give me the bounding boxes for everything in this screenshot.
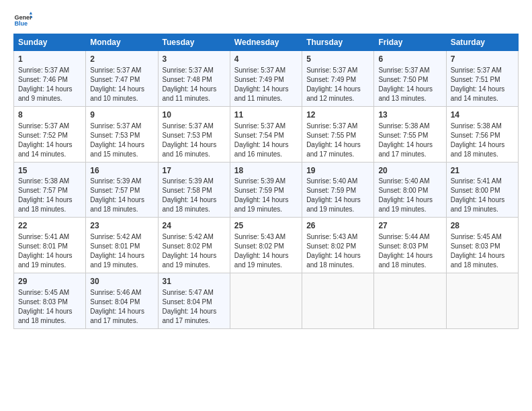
day-number: 16 (90, 165, 153, 177)
calendar-cell: 23 Sunrise: 5:42 AM Sunset: 8:01 PM Dayl… (86, 218, 158, 273)
daylight-label: Daylight: 14 hours and 19 minutes. (18, 252, 73, 269)
sunset-label: Sunset: 8:03 PM (451, 242, 500, 250)
sunset-label: Sunset: 7:57 PM (90, 187, 140, 194)
daylight-label: Daylight: 14 hours and 17 minutes. (306, 141, 361, 158)
day-number: 26 (306, 220, 369, 232)
daylight-label: Daylight: 14 hours and 17 minutes. (90, 308, 144, 324)
daylight-label: Daylight: 14 hours and 18 minutes. (451, 252, 505, 269)
sunrise-label: Sunrise: 5:37 AM (234, 122, 285, 130)
day-number: 23 (90, 220, 153, 232)
calendar-week-row: 1 Sunrise: 5:37 AM Sunset: 7:46 PM Dayli… (14, 51, 519, 107)
sunset-label: Sunset: 7:51 PM (451, 76, 500, 83)
calendar-table: SundayMondayTuesdayWednesdayThursdayFrid… (13, 34, 519, 329)
calendar-week-row: 22 Sunrise: 5:41 AM Sunset: 8:01 PM Dayl… (14, 218, 519, 273)
sunrise-label: Sunrise: 5:38 AM (18, 177, 69, 185)
day-number: 8 (18, 109, 81, 121)
sunset-label: Sunset: 8:04 PM (163, 298, 212, 306)
day-number: 31 (163, 276, 226, 287)
sunrise-label: Sunrise: 5:40 AM (378, 177, 429, 185)
sunrise-label: Sunrise: 5:37 AM (18, 122, 69, 130)
sunrise-label: Sunrise: 5:39 AM (234, 177, 285, 185)
sunrise-label: Sunrise: 5:45 AM (451, 233, 502, 240)
sunset-label: Sunset: 8:04 PM (90, 298, 140, 306)
daylight-label: Daylight: 14 hours and 12 minutes. (306, 85, 361, 102)
daylight-label: Daylight: 14 hours and 15 minutes. (90, 141, 144, 158)
calendar-cell: 6 Sunrise: 5:37 AM Sunset: 7:50 PM Dayli… (374, 51, 446, 107)
calendar-week-row: 15 Sunrise: 5:38 AM Sunset: 7:57 PM Dayl… (14, 162, 519, 218)
calendar-cell: 7 Sunrise: 5:37 AM Sunset: 7:51 PM Dayli… (446, 51, 518, 107)
calendar-cell: 22 Sunrise: 5:41 AM Sunset: 8:01 PM Dayl… (14, 218, 86, 273)
calendar-cell (230, 273, 302, 329)
daylight-label: Daylight: 14 hours and 19 minutes. (306, 196, 361, 213)
sunrise-label: Sunrise: 5:43 AM (234, 233, 285, 240)
day-number: 5 (306, 54, 369, 65)
day-number: 2 (90, 54, 153, 65)
weekday-header: Thursday (302, 34, 374, 51)
calendar-cell: 19 Sunrise: 5:40 AM Sunset: 7:59 PM Dayl… (302, 162, 374, 218)
day-number: 13 (378, 109, 441, 121)
daylight-label: Daylight: 14 hours and 18 minutes. (378, 252, 433, 269)
day-number: 30 (90, 276, 153, 287)
calendar-cell (446, 273, 518, 329)
daylight-label: Daylight: 14 hours and 18 minutes. (18, 308, 73, 324)
calendar-cell: 21 Sunrise: 5:41 AM Sunset: 8:00 PM Dayl… (446, 162, 518, 218)
calendar-cell: 2 Sunrise: 5:37 AM Sunset: 7:47 PM Dayli… (86, 51, 158, 107)
calendar-cell: 17 Sunrise: 5:39 AM Sunset: 7:58 PM Dayl… (158, 162, 230, 218)
sunset-label: Sunset: 8:02 PM (234, 242, 284, 250)
daylight-label: Daylight: 14 hours and 19 minutes. (163, 252, 217, 269)
day-number: 1 (18, 54, 81, 65)
calendar-cell: 30 Sunrise: 5:46 AM Sunset: 8:04 PM Dayl… (86, 273, 158, 329)
sunrise-label: Sunrise: 5:40 AM (306, 177, 357, 185)
svg-text:General: General (14, 14, 32, 21)
sunrise-label: Sunrise: 5:37 AM (306, 66, 357, 74)
sunset-label: Sunset: 7:53 PM (163, 132, 212, 139)
sunset-label: Sunset: 7:46 PM (18, 76, 68, 83)
sunrise-label: Sunrise: 5:37 AM (90, 122, 141, 130)
sunset-label: Sunset: 7:55 PM (378, 132, 428, 139)
day-number: 7 (451, 54, 514, 65)
calendar-cell: 25 Sunrise: 5:43 AM Sunset: 8:02 PM Dayl… (230, 218, 302, 273)
calendar-cell: 3 Sunrise: 5:37 AM Sunset: 7:48 PM Dayli… (158, 51, 230, 107)
day-number: 22 (18, 220, 81, 232)
daylight-label: Daylight: 14 hours and 11 minutes. (234, 85, 289, 102)
sunrise-label: Sunrise: 5:37 AM (234, 66, 285, 74)
sunrise-label: Sunrise: 5:37 AM (163, 66, 214, 74)
daylight-label: Daylight: 14 hours and 18 minutes. (18, 196, 73, 213)
sunset-label: Sunset: 8:03 PM (378, 242, 428, 250)
sunrise-label: Sunrise: 5:39 AM (90, 177, 141, 185)
sunset-label: Sunset: 8:00 PM (451, 187, 500, 194)
sunset-label: Sunset: 8:02 PM (306, 242, 356, 250)
sunrise-label: Sunrise: 5:46 AM (90, 289, 141, 296)
day-number: 12 (306, 109, 369, 121)
sunrise-label: Sunrise: 5:44 AM (378, 233, 429, 240)
daylight-label: Daylight: 14 hours and 19 minutes. (234, 252, 289, 269)
weekday-header: Monday (86, 34, 158, 51)
sunset-label: Sunset: 8:02 PM (163, 242, 212, 250)
sunrise-label: Sunrise: 5:37 AM (18, 66, 69, 74)
calendar-cell: 4 Sunrise: 5:37 AM Sunset: 7:49 PM Dayli… (230, 51, 302, 107)
day-number: 14 (451, 109, 514, 121)
sunset-label: Sunset: 7:58 PM (163, 187, 212, 194)
calendar-cell: 27 Sunrise: 5:44 AM Sunset: 8:03 PM Dayl… (374, 218, 446, 273)
sunrise-label: Sunrise: 5:37 AM (306, 122, 357, 130)
calendar-cell: 13 Sunrise: 5:38 AM Sunset: 7:55 PM Dayl… (374, 106, 446, 162)
day-number: 29 (18, 276, 81, 287)
sunrise-label: Sunrise: 5:37 AM (378, 66, 429, 74)
sunset-label: Sunset: 7:59 PM (234, 187, 284, 194)
sunrise-label: Sunrise: 5:42 AM (163, 233, 214, 240)
calendar-cell: 1 Sunrise: 5:37 AM Sunset: 7:46 PM Dayli… (14, 51, 86, 107)
daylight-label: Daylight: 14 hours and 14 minutes. (18, 141, 73, 158)
day-number: 11 (234, 109, 298, 121)
day-number: 19 (306, 165, 369, 177)
sunrise-label: Sunrise: 5:47 AM (163, 289, 214, 296)
day-number: 25 (234, 220, 298, 232)
logo-icon: General Blue (13, 11, 32, 30)
calendar-body: 1 Sunrise: 5:37 AM Sunset: 7:46 PM Dayli… (14, 51, 519, 329)
calendar-cell: 26 Sunrise: 5:43 AM Sunset: 8:02 PM Dayl… (302, 218, 374, 273)
daylight-label: Daylight: 14 hours and 18 minutes. (451, 141, 505, 158)
weekday-header: Wednesday (230, 34, 302, 51)
sunset-label: Sunset: 7:50 PM (378, 76, 428, 83)
sunrise-label: Sunrise: 5:37 AM (163, 122, 214, 130)
logo: General Blue (13, 11, 34, 30)
calendar-cell: 29 Sunrise: 5:45 AM Sunset: 8:03 PM Dayl… (14, 273, 86, 329)
